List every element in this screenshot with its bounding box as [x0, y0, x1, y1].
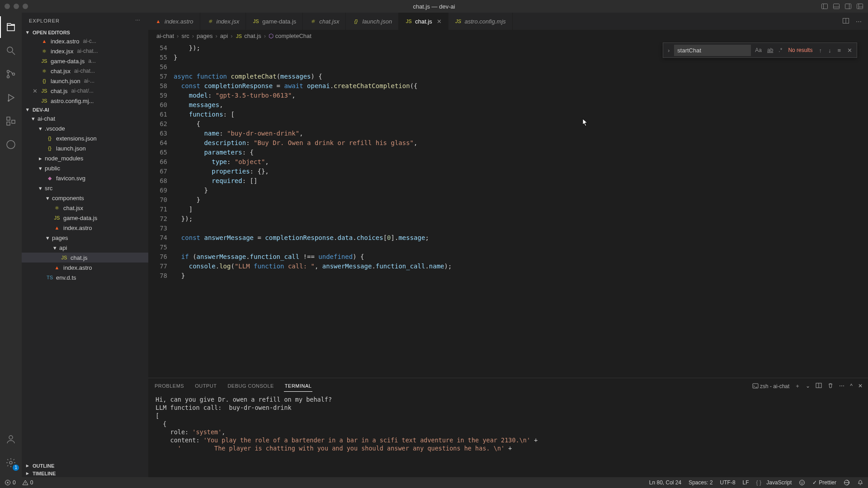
- accounts-icon[interactable]: [0, 428, 22, 450]
- tree-item[interactable]: ▾.vscode: [22, 123, 148, 133]
- output-tab[interactable]: OUTPUT: [194, 380, 217, 391]
- workspace-header[interactable]: ▾DEV-AI: [22, 106, 148, 113]
- window-controls[interactable]: [5, 4, 28, 9]
- terminal-content[interactable]: Hi, can you give Dr. owen a refill on my…: [148, 394, 868, 477]
- breadcrumb-item[interactable]: ⬡ completeChat: [269, 33, 311, 39]
- layout-icon[interactable]: [856, 3, 863, 10]
- find-input[interactable]: [674, 45, 751, 56]
- indentation[interactable]: Spaces: 2: [689, 479, 712, 486]
- find-next-icon[interactable]: ↓: [826, 47, 833, 54]
- tree-item[interactable]: ▾public: [22, 163, 148, 173]
- match-case-toggle[interactable]: Aa: [754, 46, 763, 54]
- prettier-status[interactable]: ✓ Prettier: [812, 479, 836, 486]
- tree-item[interactable]: ▾api: [22, 243, 148, 253]
- language-mode[interactable]: { } JavaScript: [756, 479, 792, 486]
- regex-toggle[interactable]: .*: [777, 46, 783, 54]
- match-word-toggle[interactable]: ab: [766, 46, 774, 54]
- editor-tab[interactable]: JSastro.config.mjs: [448, 13, 513, 30]
- close-editor-icon[interactable]: ✕: [32, 88, 38, 94]
- tree-item[interactable]: TSenv.d.ts: [22, 272, 148, 282]
- open-editors-header[interactable]: ▾OPEN EDITORS: [22, 28, 148, 36]
- code-editor[interactable]: 54 55 56 57 58 59 60 61 62 63 64 65 66 6…: [148, 42, 868, 378]
- tree-item[interactable]: ⚛chat.jsx: [22, 203, 148, 213]
- editor-tab[interactable]: ▲index.astro: [148, 13, 200, 30]
- split-editor-icon[interactable]: [842, 17, 849, 26]
- tree-item[interactable]: JSgame-data.js: [22, 213, 148, 223]
- find-prev-icon[interactable]: ↑: [817, 47, 824, 54]
- shell-label[interactable]: zsh - ai-chat: [752, 383, 790, 389]
- close-panel-icon[interactable]: ✕: [858, 383, 863, 389]
- tree-item[interactable]: JSchat.js: [22, 253, 148, 263]
- open-editor-item[interactable]: JSgame-data.js a...: [22, 56, 148, 66]
- open-editor-item[interactable]: ✕ JSchat.js ai-chat/...: [22, 86, 148, 96]
- find-selection-icon[interactable]: ≡: [835, 47, 843, 54]
- editor-tab[interactable]: {}launch.json: [346, 13, 399, 30]
- explorer-view-icon[interactable]: [0, 16, 22, 38]
- close-tab-icon[interactable]: ✕: [437, 18, 442, 25]
- panel-left-icon[interactable]: [821, 3, 828, 10]
- editor-tab[interactable]: ⚛chat.jsx: [303, 13, 346, 30]
- tree-item[interactable]: ▸node_modules: [22, 153, 148, 163]
- astro-file-icon: ▲: [53, 265, 61, 270]
- code-content[interactable]: }); } async function completeChat(messag…: [174, 42, 868, 378]
- encoding[interactable]: UTF-8: [720, 479, 736, 486]
- timeline-header[interactable]: ▸TIMELINE: [22, 469, 148, 477]
- breadcrumb-item[interactable]: pages: [197, 33, 212, 39]
- tree-item[interactable]: ▲index.astro: [22, 223, 148, 233]
- tree-item[interactable]: {}launch.json: [22, 143, 148, 153]
- open-editor-item[interactable]: ▲index.astro ai-c...: [22, 36, 148, 46]
- remote-icon[interactable]: [0, 134, 22, 155]
- panel-right-icon[interactable]: [844, 3, 852, 10]
- editor-tab[interactable]: ⚛index.jsx: [200, 13, 246, 30]
- tree-item[interactable]: ◆favicon.svg: [22, 173, 148, 183]
- status-errors[interactable]: 0: [5, 479, 16, 486]
- maximize-panel-icon[interactable]: ^: [850, 383, 853, 389]
- kill-terminal-icon[interactable]: [827, 382, 834, 390]
- split-terminal-icon[interactable]: [816, 382, 822, 390]
- more-actions-icon[interactable]: ⋯: [856, 18, 862, 25]
- tree-item[interactable]: ▾ai-chat: [22, 113, 148, 123]
- editor-tab[interactable]: JSchat.js✕: [399, 13, 448, 30]
- search-view-icon[interactable]: [0, 40, 22, 61]
- eol[interactable]: LF: [743, 479, 749, 486]
- find-expand-icon[interactable]: ›: [666, 47, 671, 54]
- status-warnings[interactable]: 0: [22, 479, 33, 486]
- notifications-icon[interactable]: [857, 479, 863, 486]
- breadcrumbs[interactable]: ai-chat›src›pages›api›JS chat.js›⬡ compl…: [148, 30, 868, 42]
- problems-tab[interactable]: PROBLEMS: [154, 380, 185, 391]
- terminal-more-icon[interactable]: ⋯: [839, 383, 844, 389]
- breadcrumb-item[interactable]: ai-chat: [156, 33, 174, 39]
- breadcrumb-item[interactable]: JS chat.js: [236, 33, 261, 39]
- feedback-icon[interactable]: [799, 479, 805, 486]
- outline-header[interactable]: ▸OUTLINE: [22, 462, 148, 469]
- open-editor-item[interactable]: ⚛chat.jsx ai-chat...: [22, 66, 148, 76]
- tree-item[interactable]: ▾src: [22, 183, 148, 193]
- tree-item[interactable]: ▲index.astro: [22, 263, 148, 272]
- tree-item[interactable]: ▾components: [22, 193, 148, 203]
- terminal-dropdown-icon[interactable]: ⌄: [806, 383, 810, 389]
- titlebar: chat.js — dev-ai: [0, 0, 868, 13]
- panel-bottom-icon[interactable]: [833, 3, 840, 10]
- layout-controls[interactable]: [821, 3, 863, 10]
- open-editor-item[interactable]: JSastro.config.mj...: [22, 96, 148, 106]
- open-editor-item[interactable]: {}launch.json ai-...: [22, 76, 148, 86]
- settings-gear-icon[interactable]: 1: [0, 452, 22, 474]
- cursor-position[interactable]: Ln 80, Col 24: [649, 479, 681, 486]
- explorer-title: EXPLORER: [29, 18, 60, 23]
- breadcrumb-item[interactable]: api: [220, 33, 228, 39]
- find-close-icon[interactable]: ✕: [845, 47, 854, 54]
- extensions-icon[interactable]: [0, 110, 22, 132]
- debug-console-tab[interactable]: DEBUG CONSOLE: [226, 380, 274, 391]
- terminal-tab[interactable]: TERMINAL: [284, 380, 313, 392]
- file-tree: ▾ai-chat▾.vscode{}extensions.json{}launc…: [22, 113, 148, 462]
- explorer-more-icon[interactable]: ⋯: [135, 18, 141, 23]
- live-share-icon[interactable]: [844, 479, 850, 486]
- breadcrumb-item[interactable]: src: [181, 33, 189, 39]
- source-control-icon[interactable]: [0, 63, 22, 85]
- tree-item[interactable]: ▾pages: [22, 233, 148, 243]
- tree-item[interactable]: {}extensions.json: [22, 133, 148, 143]
- editor-tab[interactable]: JSgame-data.js: [246, 13, 303, 30]
- run-debug-icon[interactable]: [0, 87, 22, 108]
- new-terminal-icon[interactable]: ＋: [795, 382, 800, 390]
- open-editor-item[interactable]: ⚛index.jsx ai-chat...: [22, 46, 148, 56]
